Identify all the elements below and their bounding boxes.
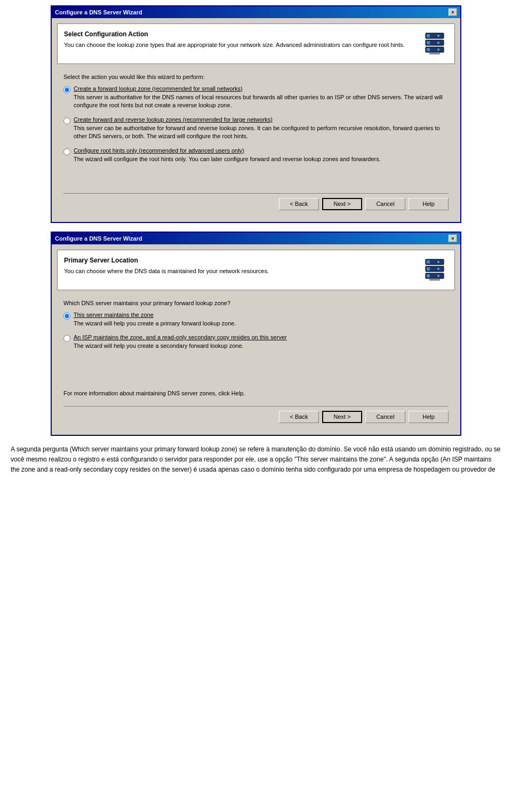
button-bar-1: < Back Next > Cancel Help (63, 193, 449, 212)
close-button-1[interactable]: × (449, 9, 457, 16)
radio-option-2: Create forward and reverse lookup zones … (63, 116, 449, 141)
cancel-button-2[interactable]: Cancel (365, 411, 405, 423)
radio-desc-2: This server can be authoritative for for… (74, 124, 449, 141)
svg-rect-4 (427, 41, 430, 44)
window2: Configure a DNS Server Wizard × Primary … (51, 232, 461, 436)
svg-rect-18 (437, 275, 439, 277)
help-button-1[interactable]: Help (409, 198, 449, 210)
svg-rect-17 (427, 274, 430, 277)
button-bar-2: < Back Next > Cancel Help (63, 406, 449, 425)
cancel-button-1[interactable]: Cancel (365, 198, 405, 210)
bottom-paragraph: A segunda pergunta (Which server maintai… (11, 444, 501, 475)
radio-option-2-2: An ISP maintains the zone, and a read-on… (63, 334, 449, 350)
radio-desc-1: This server is authoritative for the DNS… (74, 93, 449, 110)
wizard-header-1: Select Configuration Action You can choo… (57, 23, 455, 64)
help-button-2[interactable]: Help (409, 411, 449, 423)
radio-desc-2-1: The wizard will help you create a primar… (74, 320, 449, 328)
wizard-body-2: Which DNS server maintains your primary … (57, 296, 455, 429)
radio-content-2-1: This server maintains the zone The wizar… (74, 312, 449, 328)
radio-label-3[interactable]: Configure root hints only (recommended f… (74, 147, 244, 154)
radio-label-2[interactable]: Create forward and reverse lookup zones … (74, 116, 273, 123)
title-bar-controls-1: × (449, 9, 457, 16)
svg-rect-8 (437, 49, 439, 51)
title-bar-2: Configure a DNS Server Wizard × (52, 233, 460, 244)
instruction-label-1: Select the action you would like this wi… (63, 74, 449, 80)
radio-label-2-1[interactable]: This server maintains the zone (74, 312, 154, 318)
radio-content-1: Create a forward lookup zone (recommende… (74, 85, 449, 110)
radio-desc-3: The wizard will configure the root hints… (74, 155, 449, 163)
wizard-body-1: Select the action you would like this wi… (57, 69, 455, 217)
svg-rect-11 (427, 260, 430, 264)
radio-input-2-2[interactable] (63, 335, 70, 342)
radio-label-2-2[interactable]: An ISP maintains the zone, and a read-on… (74, 334, 287, 340)
svg-rect-2 (437, 35, 439, 37)
dns-server-icon-2 (421, 257, 448, 283)
wizard-header-text-1: Select Configuration Action You can choo… (64, 30, 416, 49)
svg-rect-14 (427, 267, 430, 270)
dns-server-icon-1 (421, 30, 448, 57)
radio-content-3: Configure root hints only (recommended f… (74, 147, 449, 163)
title-bar-1: Configure a DNS Server Wizard × (52, 6, 460, 18)
wizard-header-text-2: Primary Server Location You can choose w… (64, 257, 416, 275)
bottom-text-area: A segunda pergunta (Which server maintai… (0, 436, 512, 484)
radio-desc-2-2: The wizard will help you create a second… (74, 342, 449, 350)
wizard-header-desc-1: You can choose the lookup zone types tha… (64, 41, 416, 49)
svg-rect-7 (427, 48, 430, 51)
radio-input-2[interactable] (63, 117, 70, 124)
svg-rect-19 (429, 278, 440, 281)
window2-title: Configure a DNS Server Wizard (55, 235, 142, 242)
window1-title: Configure a DNS Server Wizard (55, 9, 142, 15)
window1-content: Select Configuration Action You can choo… (52, 18, 460, 222)
radio-option-2-1: This server maintains the zone The wizar… (63, 312, 449, 328)
svg-rect-5 (437, 42, 439, 44)
window1: Configure a DNS Server Wizard × Select C… (51, 5, 461, 223)
back-button-1[interactable]: < Back (279, 198, 319, 210)
radio-input-3[interactable] (63, 148, 70, 155)
title-bar-controls-2: × (449, 235, 457, 242)
svg-rect-12 (437, 261, 439, 263)
window2-content: Primary Server Location You can choose w… (52, 244, 460, 435)
radio-label-1[interactable]: Create a forward lookup zone (recommende… (74, 85, 243, 92)
svg-rect-15 (437, 268, 439, 270)
wizard-header-2: Primary Server Location You can choose w… (57, 250, 455, 290)
instruction-label-2: Which DNS server maintains your primary … (63, 300, 449, 306)
next-button-1[interactable]: Next > (322, 198, 362, 210)
radio-input-1[interactable] (63, 86, 70, 93)
radio-input-2-1[interactable] (63, 313, 70, 320)
radio-option-1: Create a forward lookup zone (recommende… (63, 85, 449, 110)
wizard-header-title-1: Select Configuration Action (64, 30, 416, 38)
wizard-header-desc-2: You can choose where the DNS data is mai… (64, 267, 416, 275)
radio-option-3: Configure root hints only (recommended f… (63, 147, 449, 163)
next-button-2[interactable]: Next > (322, 411, 362, 423)
footer-note-2: For more information about maintaining D… (63, 388, 449, 399)
back-button-2[interactable]: < Back (279, 411, 319, 423)
svg-rect-1 (427, 34, 430, 37)
close-button-2[interactable]: × (449, 235, 457, 242)
radio-content-2: Create forward and reverse lookup zones … (74, 116, 449, 141)
radio-content-2-2: An ISP maintains the zone, and a read-on… (74, 334, 449, 350)
svg-rect-9 (429, 52, 440, 54)
wizard-header-title-2: Primary Server Location (64, 257, 416, 264)
